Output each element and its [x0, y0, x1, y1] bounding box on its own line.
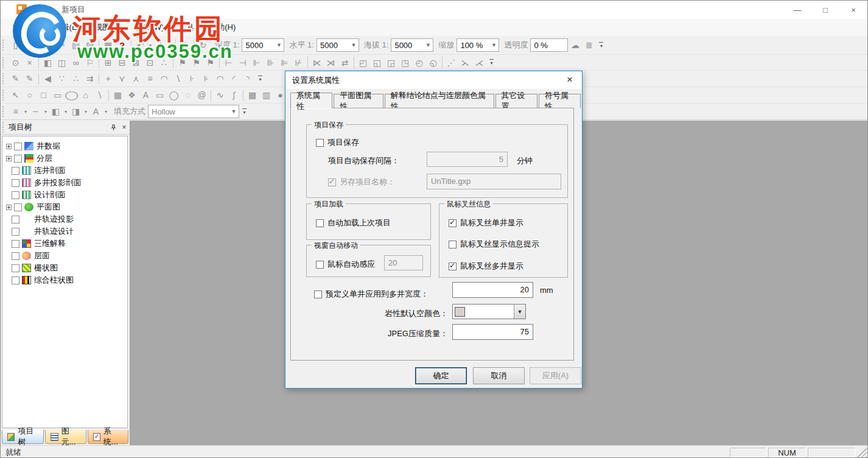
tab-other-settings[interactable]: 其它设置: [495, 94, 537, 108]
tree-item-well-data[interactable]: 井数据: [2, 140, 127, 152]
maximize-button[interactable]: □: [811, 1, 839, 19]
open-folder-icon[interactable]: ▱: [23, 38, 37, 52]
chevron-down-icon[interactable]: ▾: [63, 109, 69, 114]
lock-a-icon[interactable]: ⊞: [101, 56, 115, 69]
minimize-button[interactable]: —: [783, 1, 811, 19]
toolbar-gripper[interactable]: [2, 106, 6, 117]
tree-checkbox[interactable]: [14, 155, 22, 163]
chevron-down-icon[interactable]: ▼: [514, 305, 525, 319]
select-arrow-icon[interactable]: ↖: [9, 88, 23, 102]
autosave-interval-input[interactable]: 5: [427, 152, 508, 167]
span-b-icon[interactable]: ⊣: [236, 56, 250, 69]
saveas-name-input[interactable]: UnTitle.gxp: [427, 174, 561, 189]
tree-item-multi-well-projection[interactable]: 多井投影剖面: [2, 177, 127, 189]
dash-style-icon[interactable]: ┄: [29, 105, 43, 118]
pen-dot-icon[interactable]: ✎: [23, 72, 37, 85]
tree-checkbox[interactable]: [12, 191, 19, 199]
bubble-c-icon[interactable]: ◌: [181, 88, 195, 102]
shrink-b-icon[interactable]: ⋊: [324, 56, 338, 69]
toolbar-gripper[interactable]: [2, 40, 6, 51]
autoload-checkbox[interactable]: [316, 219, 324, 227]
ok-button[interactable]: 确定: [415, 367, 467, 384]
dots-b-icon[interactable]: ∴: [69, 72, 83, 85]
undo-icon[interactable]: ↶: [133, 38, 147, 52]
lock-c-icon[interactable]: ⊠: [129, 56, 143, 69]
tab-system[interactable]: 系统...: [88, 430, 128, 444]
slope-b-icon[interactable]: ⋌: [472, 56, 486, 69]
multi-well-width-input[interactable]: 20: [452, 282, 533, 298]
plus-node-icon[interactable]: +: [101, 72, 115, 85]
flag-a-icon[interactable]: ⚑: [175, 56, 189, 69]
chevron-down-icon[interactable]: ▾: [147, 43, 153, 48]
tree-checkbox[interactable]: [12, 228, 19, 236]
lock-d-icon[interactable]: ⊡: [143, 56, 157, 69]
toolbar-overflow-button[interactable]: ▾: [597, 38, 605, 52]
new-file-icon[interactable]: ▯: [9, 38, 23, 52]
span-e-icon[interactable]: ⊫: [278, 56, 292, 69]
horizontal-combo[interactable]: 5000▼: [317, 38, 359, 52]
panel-close-icon[interactable]: ×: [119, 122, 130, 133]
toolbar-overflow-button[interactable]: ▾: [488, 56, 495, 69]
curve-node-icon[interactable]: ◠: [157, 72, 171, 85]
shift-a-icon[interactable]: ⊦: [185, 72, 199, 85]
lock-b-icon[interactable]: ⊟: [115, 56, 129, 69]
span-d-icon[interactable]: ⊪: [264, 56, 278, 69]
binoculars-icon[interactable]: ◫: [55, 56, 69, 69]
arc-c-icon[interactable]: ◝: [241, 72, 255, 85]
fork-a-icon[interactable]: ⋎: [115, 72, 129, 85]
tree-checkbox[interactable]: [12, 167, 19, 175]
chevron-down-icon[interactable]: ▾: [23, 109, 29, 114]
anchor-flag-icon[interactable]: ⚐: [83, 56, 97, 69]
flag-b-icon[interactable]: ⚑: [189, 56, 203, 69]
fill-background-icon[interactable]: ◨: [69, 105, 83, 118]
tab-project-tree[interactable]: 项目树: [2, 430, 44, 444]
toolbar-gripper[interactable]: [2, 73, 6, 84]
tab-system-properties[interactable]: 系统属性: [290, 93, 332, 108]
panel-gripper[interactable]: [2, 122, 6, 133]
line-style-icon[interactable]: ≡: [9, 105, 23, 118]
saveas-name-checkbox[interactable]: [328, 178, 336, 186]
predefine-width-checkbox[interactable]: [314, 291, 322, 298]
tree-checkbox[interactable]: [14, 203, 22, 211]
expand-icon[interactable]: [6, 144, 12, 149]
close-button[interactable]: ×: [839, 1, 867, 19]
dialog-close-button[interactable]: ×: [561, 73, 578, 86]
image-box-icon[interactable]: ▦: [111, 88, 125, 102]
fork-b-icon[interactable]: ⋏: [129, 72, 143, 85]
redo-icon[interactable]: ↷: [153, 38, 167, 52]
zoom-combo[interactable]: 100 %▼: [457, 38, 499, 52]
picture-icon[interactable]: ▩: [245, 88, 259, 102]
crosshair-tooltip-checkbox[interactable]: [449, 241, 457, 248]
tab-symbol-properties[interactable]: 符号属性: [539, 94, 581, 108]
align-b-icon[interactable]: ◱: [370, 56, 384, 69]
toolbar-gripper[interactable]: [2, 57, 6, 68]
menu-help[interactable]: 帮助(H): [201, 19, 243, 35]
tree-checkbox[interactable]: [14, 143, 22, 150]
elevation-combo[interactable]: 5000▼: [391, 38, 433, 52]
chevron-down-icon[interactable]: ▼: [489, 42, 499, 48]
expand-icon[interactable]: [6, 156, 12, 161]
chevron-down-icon[interactable]: ▾: [167, 43, 173, 48]
fill-mode-combo[interactable]: Hollow▼: [148, 105, 239, 118]
zoom-icon[interactable]: ⊙: [9, 56, 23, 69]
color-shapes-icon[interactable]: ❖: [125, 88, 139, 102]
menu-tools[interactable]: 工具: [171, 19, 201, 35]
slope-a-icon[interactable]: ⋋: [458, 56, 472, 69]
cancel-button[interactable]: 取消: [473, 367, 525, 384]
menu-edit[interactable]: 编辑(E): [46, 19, 87, 35]
span-c-icon[interactable]: ⊩: [250, 56, 264, 69]
ellipse-icon[interactable]: ◯: [61, 88, 82, 102]
hatch-icon[interactable]: ⋰: [444, 56, 458, 69]
tree-item-fence-diagram[interactable]: 栅状图: [2, 262, 127, 274]
tree-checkbox[interactable]: [12, 179, 19, 187]
shift-b-icon[interactable]: ⊧: [199, 72, 213, 85]
toolbar-gripper[interactable]: [2, 90, 6, 100]
cursor-flag-icon[interactable]: ◀: [41, 72, 55, 85]
dots-a-icon[interactable]: ∵: [55, 72, 69, 85]
menu-window[interactable]: 窗口(W): [128, 19, 171, 35]
dash-node-icon[interactable]: ≡: [143, 72, 157, 85]
chevron-down-icon[interactable]: ▼: [349, 42, 359, 48]
tree-item-design-section[interactable]: 设计剖面: [2, 189, 127, 201]
tree-item-trajectory-design[interactable]: 井轨迹设计: [2, 225, 127, 238]
shrink-a-icon[interactable]: ⋉: [310, 56, 324, 69]
